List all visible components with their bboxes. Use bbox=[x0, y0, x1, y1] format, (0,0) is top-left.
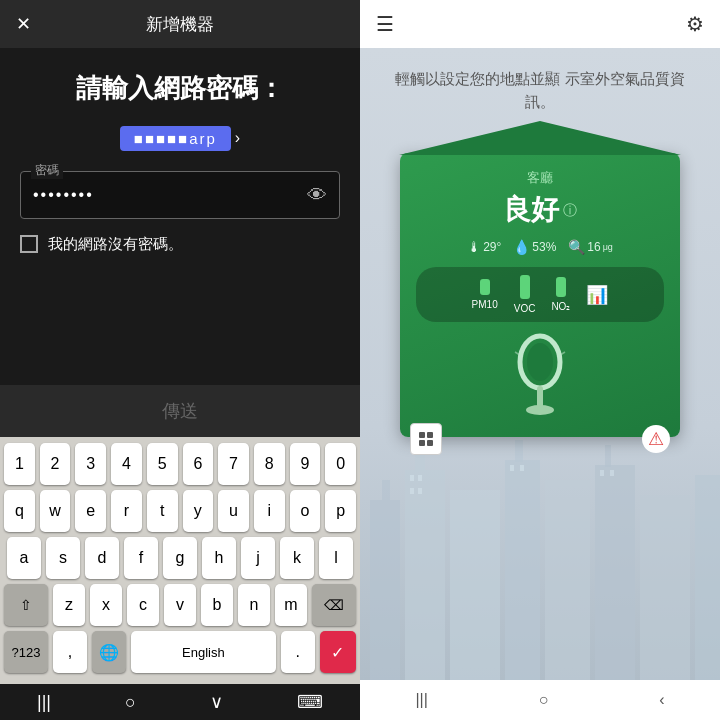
eye-icon[interactable]: 👁 bbox=[307, 183, 327, 206]
right-header: ☰ ⚙ bbox=[360, 0, 720, 48]
svg-rect-17 bbox=[520, 465, 524, 471]
right-nav-back-icon[interactable]: ‹ bbox=[659, 691, 664, 709]
nav-home-icon[interactable]: ○ bbox=[125, 692, 136, 713]
no-password-label: 我的網路沒有密碼。 bbox=[48, 235, 183, 254]
svg-rect-2 bbox=[405, 470, 445, 680]
network-selector[interactable]: ■■■■■arp › bbox=[20, 126, 340, 151]
no-password-checkbox[interactable] bbox=[20, 235, 38, 253]
chart-item[interactable]: 📊 bbox=[586, 284, 608, 306]
tap-instruction[interactable]: 輕觸以設定您的地點並顯 示室外空氣品質資訊。 bbox=[360, 48, 720, 123]
key-comma[interactable]: , bbox=[53, 631, 87, 673]
key-k[interactable]: k bbox=[280, 537, 314, 579]
key-x[interactable]: x bbox=[90, 584, 122, 626]
key-2[interactable]: 2 bbox=[40, 443, 71, 485]
right-panel: ☰ ⚙ bbox=[360, 0, 720, 720]
svg-rect-5 bbox=[505, 460, 540, 680]
key-n[interactable]: n bbox=[238, 584, 270, 626]
temp-value: 29° bbox=[483, 240, 501, 254]
voc-item: VOC bbox=[514, 275, 536, 314]
key-f[interactable]: f bbox=[124, 537, 158, 579]
key-j[interactable]: j bbox=[241, 537, 275, 579]
key-c[interactable]: c bbox=[127, 584, 159, 626]
key-v[interactable]: v bbox=[164, 584, 196, 626]
svg-rect-19 bbox=[610, 470, 614, 476]
key-3[interactable]: 3 bbox=[75, 443, 106, 485]
send-button-wrap: 傳送 bbox=[0, 385, 380, 437]
close-button[interactable]: ✕ bbox=[16, 13, 31, 35]
key-6[interactable]: 6 bbox=[183, 443, 214, 485]
password-input[interactable] bbox=[21, 172, 339, 218]
grid-icon-box[interactable] bbox=[410, 423, 442, 455]
svg-rect-26 bbox=[419, 432, 425, 438]
keyboard-row-zxcv: ⇧ z x c v b n m ⌫ bbox=[4, 584, 356, 626]
key-m[interactable]: m bbox=[275, 584, 307, 626]
room-label: 客廳 bbox=[416, 169, 664, 187]
air-quality-info: 🌡 29° 💧 53% 🔍 16 μg bbox=[416, 239, 664, 255]
password-field-wrap: 密碼 👁 bbox=[20, 171, 340, 219]
key-b[interactable]: b bbox=[201, 584, 233, 626]
svg-rect-28 bbox=[419, 440, 425, 446]
keyboard-toggle-icon[interactable]: ⌨ bbox=[297, 691, 323, 713]
key-e[interactable]: e bbox=[75, 490, 106, 532]
shift-key[interactable]: ⇧ bbox=[4, 584, 48, 626]
svg-rect-27 bbox=[427, 432, 433, 438]
key-8[interactable]: 8 bbox=[254, 443, 285, 485]
key-1[interactable]: 1 bbox=[4, 443, 35, 485]
settings-icon[interactable]: ⚙ bbox=[686, 12, 704, 36]
key-l[interactable]: l bbox=[319, 537, 353, 579]
key-o[interactable]: o bbox=[290, 490, 321, 532]
menu-icon[interactable]: ☰ bbox=[376, 12, 394, 36]
language-key[interactable]: English bbox=[131, 631, 276, 673]
key-w[interactable]: w bbox=[40, 490, 71, 532]
send-button[interactable]: 傳送 bbox=[0, 399, 366, 423]
left-content: 請輸入網路密碼： ■■■■■arp › 密碼 👁 我的網路沒有密碼。 bbox=[0, 48, 360, 385]
key-z[interactable]: z bbox=[53, 584, 85, 626]
voc-bar bbox=[520, 275, 530, 299]
key-9[interactable]: 9 bbox=[290, 443, 321, 485]
key-g[interactable]: g bbox=[163, 537, 197, 579]
svg-rect-18 bbox=[600, 470, 604, 476]
key-0[interactable]: 0 bbox=[325, 443, 356, 485]
info-icon: ⓘ bbox=[563, 202, 577, 220]
pm10-bar bbox=[480, 279, 490, 295]
svg-rect-11 bbox=[695, 475, 720, 680]
svg-rect-10 bbox=[640, 495, 690, 680]
globe-key[interactable]: 🌐 bbox=[92, 631, 126, 673]
key-4[interactable]: 4 bbox=[111, 443, 142, 485]
nav-recent-icon[interactable]: ||| bbox=[37, 692, 51, 713]
temp-info: 🌡 29° bbox=[467, 239, 501, 255]
confirm-key[interactable]: ✓ bbox=[320, 631, 356, 673]
warning-badge[interactable]: ⚠ bbox=[642, 425, 670, 453]
network-name: ■■■■■arp bbox=[120, 126, 231, 151]
grid-icon bbox=[418, 431, 434, 447]
dyson-fan-svg bbox=[513, 332, 568, 417]
key-a[interactable]: a bbox=[7, 537, 41, 579]
page-title: 新增機器 bbox=[146, 13, 214, 36]
key-t[interactable]: t bbox=[147, 490, 178, 532]
svg-rect-12 bbox=[410, 475, 414, 481]
key-q[interactable]: q bbox=[4, 490, 35, 532]
key-h[interactable]: h bbox=[202, 537, 236, 579]
svg-point-23 bbox=[526, 405, 554, 415]
prompt-text: 請輸入網路密碼： bbox=[20, 72, 340, 106]
key-u[interactable]: u bbox=[218, 490, 249, 532]
svg-rect-14 bbox=[410, 488, 414, 494]
key-5[interactable]: 5 bbox=[147, 443, 178, 485]
nav-back-icon[interactable]: ∨ bbox=[210, 691, 223, 713]
humidity-info: 💧 53% bbox=[513, 239, 556, 255]
key-i[interactable]: i bbox=[254, 490, 285, 532]
backspace-key[interactable]: ⌫ bbox=[312, 584, 356, 626]
key-d[interactable]: d bbox=[85, 537, 119, 579]
key-s[interactable]: s bbox=[46, 537, 80, 579]
pm-info: 🔍 16 μg bbox=[568, 239, 613, 255]
special-key[interactable]: ?123 bbox=[4, 631, 48, 673]
right-nav-recent-icon[interactable]: ||| bbox=[415, 691, 427, 709]
key-period[interactable]: . bbox=[281, 631, 315, 673]
left-header: ✕ 新增機器 bbox=[0, 0, 360, 48]
key-7[interactable]: 7 bbox=[218, 443, 249, 485]
key-p[interactable]: p bbox=[325, 490, 356, 532]
house-illustration: 客廳 良好 ⓘ 🌡 29° 💧 53% 🔍 bbox=[400, 123, 680, 437]
right-nav-home-icon[interactable]: ○ bbox=[539, 691, 549, 709]
key-y[interactable]: y bbox=[183, 490, 214, 532]
key-r[interactable]: r bbox=[111, 490, 142, 532]
